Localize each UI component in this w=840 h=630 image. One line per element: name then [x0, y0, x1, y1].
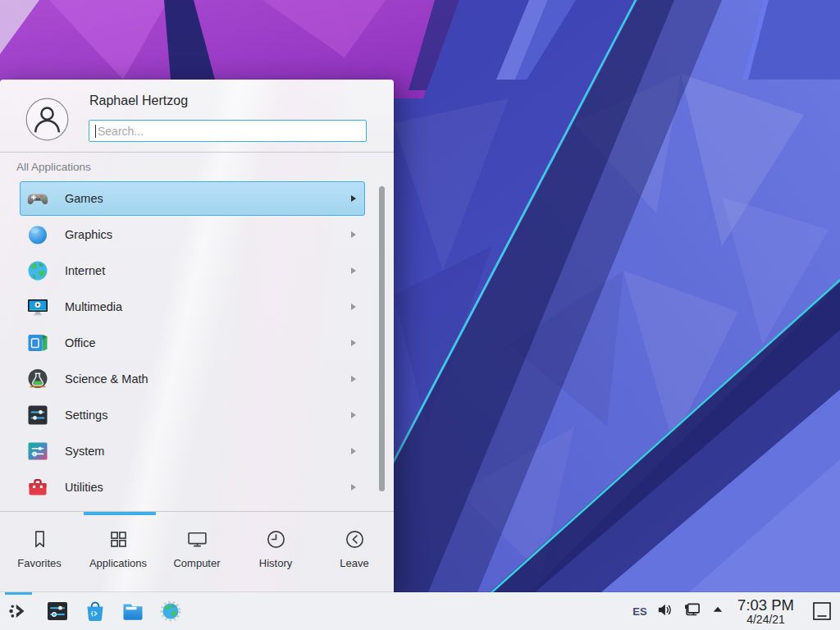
discover-icon[interactable] — [84, 600, 107, 623]
tab-label: Applications — [89, 557, 147, 569]
submenu-arrow-icon — [351, 304, 356, 310]
category-label: Internet — [65, 264, 105, 277]
keyboard-layout-indicator[interactable]: ES — [632, 605, 647, 618]
file-manager-icon[interactable] — [121, 600, 144, 623]
sphere-icon — [27, 224, 48, 245]
user-name: Raphael Hertzog — [89, 94, 188, 108]
category-label: Settings — [65, 409, 107, 422]
tab-label: History — [259, 557, 292, 569]
bookmark-icon — [29, 528, 51, 550]
active-tab-indicator — [84, 512, 156, 515]
category-system[interactable]: System — [20, 434, 365, 468]
tab-label: Leave — [340, 557, 368, 569]
wired-network-icon[interactable] — [682, 600, 701, 623]
text-cursor — [95, 125, 96, 138]
tab-label: Computer — [173, 557, 220, 569]
sliders-icon — [27, 404, 48, 426]
tab-history[interactable]: History — [236, 515, 315, 592]
toolbox-icon — [27, 477, 48, 498]
volume-icon[interactable] — [656, 601, 673, 622]
category-list: Games Graphics — [0, 181, 394, 511]
web-browser-icon[interactable] — [159, 600, 182, 623]
submenu-arrow-icon — [351, 267, 356, 274]
tab-computer[interactable]: Computer — [158, 515, 236, 592]
category-label: System — [65, 445, 104, 458]
category-settings[interactable]: Settings — [20, 398, 365, 432]
category-label: Multimedia — [65, 300, 122, 313]
category-science-math[interactable]: Science & Math — [20, 362, 365, 396]
category-graphics[interactable]: Graphics — [20, 217, 365, 252]
category-utilities[interactable]: Utilities — [20, 470, 365, 504]
desktop: Raphael Hertzog All Applications — [0, 0, 840, 630]
category-label: Graphics — [65, 228, 112, 241]
system-tray: ES 7:03 PM — [632, 597, 840, 626]
submenu-arrow-icon — [351, 231, 356, 238]
monitor-icon — [186, 528, 208, 550]
taskbar-panel: ES 7:03 PM — [0, 592, 840, 630]
submenu-arrow-icon — [351, 484, 356, 491]
globe-icon — [27, 260, 48, 281]
clock-time: 7:03 PM — [737, 597, 794, 613]
category-internet[interactable]: Internet — [20, 253, 365, 288]
application-launcher-menu: Raphael Hertzog All Applications — [0, 80, 394, 592]
media-screen-icon — [27, 296, 48, 317]
show-desktop-button[interactable] — [811, 600, 833, 622]
category-label: Science & Math — [65, 372, 148, 386]
clock-icon — [265, 528, 287, 550]
category-label: Office — [65, 336, 96, 349]
submenu-arrow-icon — [351, 376, 356, 382]
submenu-arrow-icon — [351, 340, 356, 346]
search-input[interactable] — [89, 121, 366, 141]
kickoff-launcher-icon — [7, 600, 30, 623]
tab-leave[interactable]: Leave — [315, 515, 394, 592]
taskbar-app-icons — [46, 600, 182, 623]
category-office[interactable]: Office — [20, 326, 365, 360]
tabbar-separator — [0, 511, 394, 512]
gamepad-icon — [27, 188, 48, 209]
tab-applications[interactable]: Applications — [79, 515, 158, 592]
digital-clock[interactable]: 7:03 PM 4/24/21 — [737, 597, 794, 626]
list-scrollbar[interactable] — [379, 186, 385, 491]
active-launcher-indicator — [5, 592, 32, 595]
tab-favorites[interactable]: Favorites — [0, 515, 79, 592]
submenu-arrow-icon — [351, 412, 356, 418]
app-launcher-button[interactable] — [2, 592, 35, 630]
category-multimedia[interactable]: Multimedia — [20, 290, 365, 324]
grid-icon — [107, 528, 130, 550]
document-icon — [27, 332, 48, 354]
submenu-arrow-icon — [351, 448, 356, 454]
user-avatar-icon — [25, 98, 69, 141]
system-gradient-icon — [27, 441, 48, 462]
leave-circle-icon — [344, 528, 366, 550]
category-label: Games — [65, 192, 103, 205]
tab-label: Favorites — [17, 557, 61, 569]
expand-tray-icon[interactable] — [710, 602, 725, 620]
section-label: All Applications — [16, 161, 91, 173]
launcher-tabbar: Favorites Applications C — [0, 515, 394, 592]
category-label: Utilities — [65, 481, 103, 494]
flask-icon — [27, 368, 48, 390]
clock-date: 4/24/21 — [737, 613, 794, 626]
submenu-arrow-icon — [351, 195, 356, 202]
category-games[interactable]: Games — [20, 181, 365, 216]
header-separator — [0, 152, 394, 153]
system-settings-icon[interactable] — [46, 600, 69, 623]
search-field — [89, 120, 367, 142]
